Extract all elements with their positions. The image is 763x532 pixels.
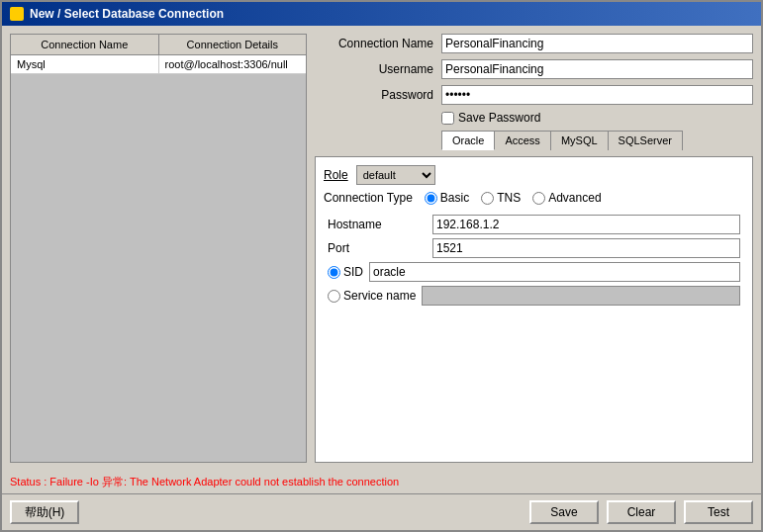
sid-radio-label[interactable]: SID	[328, 265, 363, 279]
radio-tns-label: TNS	[497, 191, 521, 205]
save-password-row: Save Password	[315, 111, 753, 125]
window-icon	[10, 7, 24, 21]
role-row: Role default SYSDBA SYSOPER	[324, 165, 744, 185]
window-title: New / Select Database Connection	[30, 7, 224, 21]
service-name-radio-input[interactable]	[328, 290, 340, 303]
username-input[interactable]	[441, 59, 753, 79]
status-text: Status : Failure -Io 异常: The Network Ada…	[10, 476, 399, 488]
username-label: Username	[315, 62, 433, 76]
table-row[interactable]: Mysql root@/localhost:3306/null	[11, 55, 306, 74]
sid-row: SID	[328, 262, 740, 282]
hostname-row: Hostname	[328, 215, 740, 234]
test-button[interactable]: Test	[684, 500, 753, 524]
hostname-label: Hostname	[328, 218, 427, 231]
port-input[interactable]	[432, 238, 740, 258]
tab-mysql[interactable]: MySQL	[550, 131, 609, 150]
status-bar: Status : Failure -Io 异常: The Network Ada…	[2, 471, 761, 493]
radio-advanced[interactable]: Advanced	[532, 191, 601, 205]
connection-name-input[interactable]	[441, 34, 753, 53]
port-row: Port	[328, 238, 740, 258]
oracle-connection-form: Hostname Port SID	[324, 211, 744, 310]
password-row: Password	[315, 85, 753, 105]
username-row: Username	[315, 59, 753, 79]
clear-button[interactable]: Clear	[607, 500, 676, 524]
tab-sqlserver[interactable]: SQLServer	[608, 131, 683, 150]
connection-name-label: Connection Name	[315, 37, 433, 50]
role-label: Role	[324, 168, 348, 182]
radio-advanced-input[interactable]	[532, 192, 545, 205]
radio-tns[interactable]: TNS	[481, 191, 521, 205]
row-name: Mysql	[11, 55, 159, 73]
content-area: Connection Name Connection Details Mysql…	[2, 26, 761, 471]
db-tabs: Oracle Access MySQL SQLServer	[315, 131, 753, 150]
service-name-input	[422, 286, 740, 306]
connection-list-panel: Connection Name Connection Details Mysql…	[10, 34, 307, 463]
radio-advanced-label: Advanced	[548, 191, 601, 205]
bottom-bar: 帮助(H) Save Clear Test	[2, 493, 761, 530]
col-connection-details: Connection Details	[159, 35, 307, 54]
sid-input[interactable]	[369, 262, 740, 282]
role-select[interactable]: default SYSDBA SYSOPER	[356, 165, 435, 185]
radio-basic-input[interactable]	[425, 192, 437, 205]
title-bar: New / Select Database Connection	[2, 2, 761, 26]
radio-basic[interactable]: Basic	[425, 191, 469, 205]
save-password-label: Save Password	[458, 111, 540, 125]
col-connection-name: Connection Name	[11, 35, 159, 54]
tab-content-oracle: Role default SYSDBA SYSOPER Connection T…	[315, 156, 753, 463]
table-header: Connection Name Connection Details	[11, 35, 306, 55]
save-button[interactable]: Save	[529, 500, 599, 524]
help-button[interactable]: 帮助(H)	[10, 500, 79, 524]
connection-name-row: Connection Name	[315, 34, 753, 53]
action-buttons: Save Clear Test	[529, 500, 753, 524]
connection-type-label: Connection Type	[324, 191, 413, 205]
save-password-checkbox[interactable]	[441, 112, 454, 125]
sid-radio-input[interactable]	[328, 266, 340, 279]
main-window: New / Select Database Connection Connect…	[0, 0, 763, 532]
connection-type-row: Connection Type Basic TNS Advanced	[324, 191, 744, 205]
password-input[interactable]	[441, 85, 753, 105]
service-name-row: Service name	[328, 286, 740, 306]
row-details: root@/localhost:3306/null	[159, 55, 307, 73]
service-name-label: Service name	[343, 289, 416, 303]
service-name-radio-label[interactable]: Service name	[328, 289, 416, 303]
password-label: Password	[315, 88, 433, 102]
port-label: Port	[328, 241, 427, 255]
connection-form-panel: Connection Name Username Password Save P…	[315, 34, 753, 463]
sid-label: SID	[343, 265, 363, 279]
radio-tns-input[interactable]	[481, 192, 494, 205]
radio-basic-label: Basic	[440, 191, 469, 205]
tab-access[interactable]: Access	[494, 131, 550, 150]
hostname-input[interactable]	[432, 215, 740, 234]
tab-oracle[interactable]: Oracle	[441, 131, 495, 150]
